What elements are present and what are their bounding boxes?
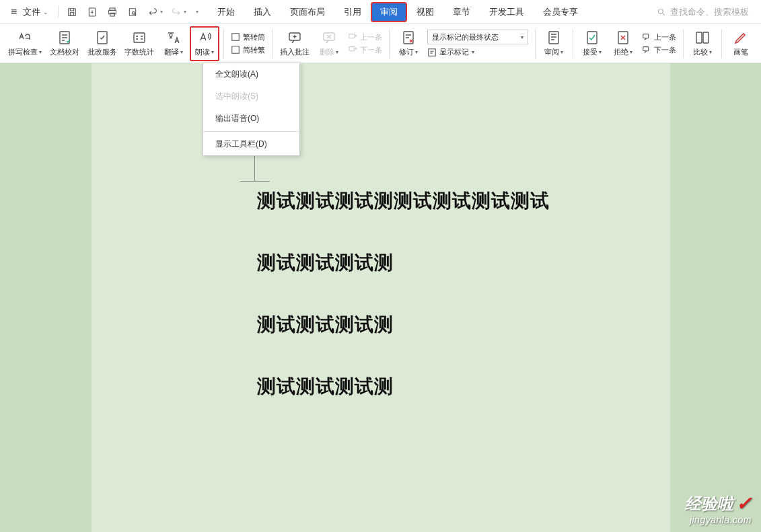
prev-change-icon	[642, 32, 651, 42]
translate-button[interactable]: 翻译▾	[159, 26, 188, 61]
read-selection-item[interactable]: 选中朗读(S)	[203, 85, 299, 108]
command-search[interactable]: 查找命令、搜索模板	[650, 6, 756, 18]
show-toolbar-item[interactable]: 显示工具栏(D)	[203, 133, 299, 155]
document-content: 测试测试测试测测试测试测试测试 测试测试测试测 测试测试测试测 测试测试测试测	[257, 188, 550, 400]
svg-rect-20	[549, 32, 558, 44]
document-page[interactable]: 测试测试测试测测试测试测试测试 测试测试测试测 测试测试测试测 测试测试测试测	[92, 63, 670, 532]
next-change-button[interactable]: 下一条	[639, 44, 679, 56]
save-button[interactable]	[65, 5, 79, 19]
compare-button[interactable]: 比较▾	[688, 26, 717, 61]
separator	[203, 131, 299, 132]
undo-button[interactable]	[146, 5, 159, 19]
spellcheck-icon	[17, 30, 33, 46]
print-button[interactable]	[106, 5, 119, 19]
separator	[535, 29, 536, 59]
compare-icon	[694, 30, 711, 46]
svg-rect-16	[349, 34, 354, 38]
doc-paragraph[interactable]: 测试测试测试测	[257, 374, 550, 400]
insert-comment-button[interactable]: 插入批注	[277, 26, 313, 61]
svg-rect-25	[696, 32, 702, 43]
tab-dev[interactable]: 开发工具	[480, 2, 534, 22]
doc-paragraph[interactable]: 测试测试测试测	[257, 312, 550, 338]
tab-layout[interactable]: 页面布局	[281, 2, 334, 22]
menu-icon	[11, 6, 20, 18]
docproof-button[interactable]: 文档校对	[46, 26, 83, 61]
svg-rect-23	[643, 34, 649, 38]
approve-icon	[94, 30, 110, 46]
quick-access-toolbar: ▾ ▾ ▾	[63, 5, 201, 19]
markup-icon	[427, 48, 437, 57]
change-nav-group: 上一条 下一条	[639, 26, 679, 61]
document-area: 测试测试测试测测试测试测试测试 测试测试测试测 测试测试测试测 测试测试测试测	[0, 63, 761, 532]
undo-dropdown[interactable]: ▾	[160, 9, 163, 15]
wordcount-icon	[131, 30, 147, 46]
tab-start[interactable]: 开始	[208, 2, 244, 22]
tab-strip: 开始 插入 页面布局 引用 审阅 视图 章节 开发工具 会员专享	[208, 2, 587, 22]
separator	[272, 29, 273, 59]
review-pane-icon	[546, 30, 562, 46]
reject-icon	[615, 30, 631, 46]
search-icon	[657, 7, 666, 17]
svg-rect-19	[428, 48, 435, 56]
export-button[interactable]	[85, 5, 99, 19]
separator	[389, 29, 390, 59]
qat-more[interactable]: ▾	[196, 9, 198, 15]
read-aloud-dropdown: 全文朗读(A) 选中朗读(S) 输出语音(O) 显示工具栏(D)	[203, 63, 300, 156]
file-label: 文件	[23, 6, 40, 18]
read-aloud-button[interactable]: 朗读▾	[190, 26, 219, 61]
approve-button[interactable]: 批改服务	[84, 26, 120, 61]
watermark-text: 经验啦	[685, 493, 733, 515]
reject-button[interactable]: 拒绝▾	[608, 26, 638, 61]
output-audio-item[interactable]: 输出语音(O)	[203, 108, 299, 130]
markup-state-select[interactable]: 显示标记的最终状态▾	[427, 30, 528, 44]
search-placeholder: 查找命令、搜索模板	[670, 6, 749, 18]
prev-change-button[interactable]: 上一条	[639, 32, 679, 43]
translate-icon	[166, 30, 182, 46]
fan2jian-button[interactable]: 繁转简	[228, 32, 268, 43]
tab-member[interactable]: 会员专享	[534, 2, 587, 22]
accept-icon	[584, 30, 600, 46]
tab-view[interactable]: 视图	[407, 2, 443, 22]
comment-nav-group: 上一条 下一条	[345, 26, 385, 61]
svg-rect-5	[110, 13, 115, 16]
review-pane-button[interactable]: 审阅▾	[539, 26, 569, 61]
prev-comment-button[interactable]: 上一条	[345, 32, 385, 43]
read-all-item[interactable]: 全文朗读(A)	[203, 63, 299, 85]
watermark-url: jingyanla.com	[685, 515, 752, 525]
delete-comment-button[interactable]: 删除▾	[314, 26, 344, 61]
markup-display-group: 显示标记的最终状态▾ 显示标记▾	[425, 26, 531, 61]
svg-rect-24	[643, 47, 649, 51]
read-aloud-icon	[196, 30, 213, 46]
pen-button[interactable]: 画笔	[726, 26, 756, 61]
redo-button[interactable]	[170, 5, 183, 19]
preview-button[interactable]	[126, 5, 139, 19]
file-menu[interactable]: 文件 ⌄	[5, 6, 54, 18]
jian2fan-button[interactable]: 简转繁	[228, 44, 268, 56]
jian-icon	[231, 45, 240, 54]
spellcheck-button[interactable]: 拼写检查▾	[5, 26, 45, 61]
doc-paragraph[interactable]: 测试测试测试测测试测试测试测试	[257, 188, 550, 214]
separator	[573, 29, 573, 59]
track-icon	[400, 30, 416, 46]
separator	[58, 6, 59, 18]
track-changes-button[interactable]: 修订▾	[394, 26, 423, 61]
separator	[721, 29, 722, 59]
ribbon: 拼写检查▾ 文档校对 批改服务 字数统计 翻译▾ 朗读▾ 繁转简 简转繁 插入批…	[0, 24, 761, 63]
svg-rect-0	[69, 8, 76, 15]
accept-button[interactable]: 接受▾	[577, 26, 607, 61]
wordcount-button[interactable]: 字数统计	[121, 26, 157, 61]
doc-paragraph[interactable]: 测试测试测试测	[257, 250, 550, 276]
convert-group: 繁转简 简转繁	[228, 26, 268, 61]
next-change-icon	[642, 45, 651, 54]
show-markup-button[interactable]: 显示标记▾	[427, 47, 528, 57]
tab-insert[interactable]: 插入	[244, 2, 281, 22]
tab-review[interactable]: 审阅	[371, 2, 407, 22]
prev-icon	[348, 32, 357, 42]
next-icon	[348, 45, 357, 54]
svg-rect-12	[232, 34, 240, 41]
redo-dropdown[interactable]: ▾	[184, 9, 186, 15]
svg-rect-21	[587, 32, 597, 44]
tab-chapter[interactable]: 章节	[443, 2, 480, 22]
tab-reference[interactable]: 引用	[334, 2, 371, 22]
next-comment-button[interactable]: 下一条	[345, 44, 385, 56]
